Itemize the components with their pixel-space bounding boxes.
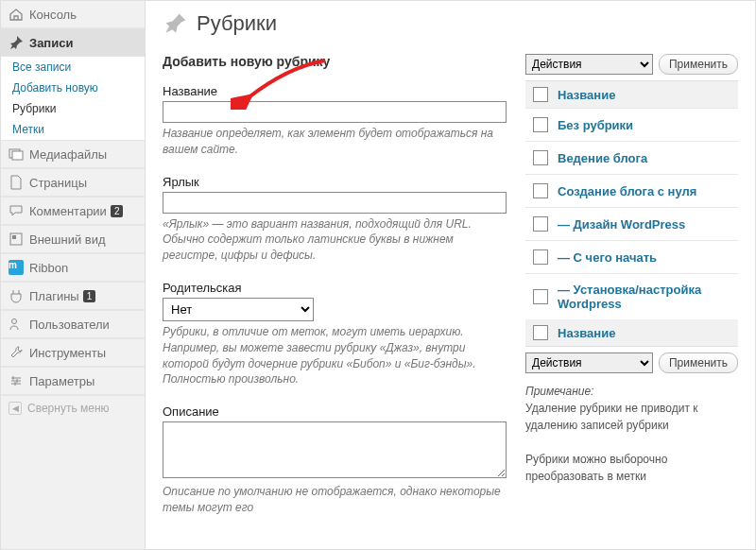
slug-label: Ярлык <box>163 175 507 189</box>
sidebar-item-pages[interactable]: Страницы <box>1 168 145 197</box>
label: Записи <box>29 36 73 50</box>
label: Страницы <box>29 176 87 190</box>
label: Свернуть меню <box>27 402 110 415</box>
label: Внешний вид <box>29 232 106 247</box>
sidebar-sub-all-posts[interactable]: Все записи <box>1 57 145 77</box>
name-desc: Название определяет, как элемент будет о… <box>163 126 507 158</box>
category-link[interactable]: Ведение блога <box>558 151 647 165</box>
parent-select[interactable]: Нет <box>163 298 314 321</box>
collapse-menu[interactable]: ◀ Свернуть меню <box>1 395 145 421</box>
bulk-action-select-top[interactable]: Действия <box>525 54 653 75</box>
parent-label: Родительская <box>163 281 507 295</box>
label: Параметры <box>29 374 94 388</box>
name-input[interactable] <box>163 101 507 123</box>
appearance-icon <box>9 232 24 247</box>
row-checkbox[interactable] <box>533 216 548 232</box>
select-all-checkbox[interactable] <box>533 87 548 102</box>
table-row: Ведение блога <box>525 141 738 174</box>
label: Комментарии <box>29 204 107 218</box>
title-text: Рубрики <box>197 11 277 36</box>
name-label: Название <box>163 84 507 98</box>
row-checkbox[interactable] <box>533 249 548 265</box>
pin-icon <box>9 35 24 50</box>
media-icon <box>9 146 24 162</box>
label: Медиафайлы <box>29 147 107 162</box>
categories-table: Название Без рубрикиВедение блогаСоздани… <box>525 80 738 347</box>
label: Плагины <box>29 289 79 303</box>
svg-point-4 <box>12 319 17 324</box>
table-footer: Название <box>525 319 738 346</box>
description-input[interactable] <box>163 421 507 478</box>
sidebar-item-tools[interactable]: Инструменты <box>1 338 145 367</box>
home-icon <box>9 7 24 22</box>
table-row: — Дизайн WordPress <box>525 207 738 240</box>
sidebar-item-plugins[interactable]: Плагины 1 <box>1 282 145 310</box>
apply-button-top[interactable]: Применить <box>659 54 738 75</box>
sidebar-item-settings[interactable]: Параметры <box>1 367 145 395</box>
col-name[interactable]: Название <box>558 326 615 340</box>
page-icon <box>9 175 24 190</box>
svg-rect-1 <box>12 151 23 160</box>
sidebar-item-console[interactable]: Консоль <box>1 1 145 28</box>
row-checkbox[interactable] <box>533 117 548 132</box>
label: Консоль <box>29 8 77 22</box>
table-header: Название <box>525 81 738 108</box>
sidebar-item-media[interactable]: Медиафайлы <box>1 140 145 168</box>
pushpin-icon <box>163 10 189 37</box>
sidebar-item-comments[interactable]: Комментарии 2 <box>1 197 145 225</box>
settings-icon <box>9 373 24 388</box>
sidebar-item-ribbon[interactable]: m Ribbon <box>1 253 145 282</box>
category-link[interactable]: Создание блога с нуля <box>558 184 696 198</box>
label: Ribbon <box>29 261 68 275</box>
table-row: — Установка/настройка Wordpress <box>525 273 738 319</box>
row-checkbox[interactable] <box>533 150 548 165</box>
sidebar-sub-categories[interactable]: Рубрики <box>1 98 145 119</box>
table-row: Без рубрики <box>525 108 738 141</box>
category-link[interactable]: — Установка/настройка Wordpress <box>558 283 730 311</box>
label: Пользователи <box>29 318 110 332</box>
users-icon <box>9 317 24 332</box>
col-name[interactable]: Название <box>558 88 615 102</box>
plugins-count-badge: 1 <box>83 290 96 302</box>
category-link[interactable]: — Дизайн WordPress <box>558 217 685 232</box>
label: Инструменты <box>29 346 106 360</box>
collapse-icon: ◀ <box>9 402 22 415</box>
comments-count-badge: 2 <box>111 205 124 217</box>
apply-button-bottom[interactable]: Применить <box>659 352 738 373</box>
parent-desc: Рубрики, в отличие от меток, могут иметь… <box>163 324 507 387</box>
tools-icon <box>9 345 24 360</box>
category-link[interactable]: — С чего начать <box>558 250 657 265</box>
svg-rect-3 <box>12 235 16 239</box>
sidebar-item-posts[interactable]: Записи <box>1 28 145 57</box>
form-heading: Добавить новую рубрику <box>163 54 507 69</box>
description-desc: Описание по умолчанию не отображается, о… <box>163 484 507 516</box>
slug-desc: «Ярлык» — это вариант названия, подходящ… <box>163 216 507 264</box>
description-label: Описание <box>163 404 507 419</box>
category-link[interactable]: Без рубрики <box>558 118 633 132</box>
ribbon-icon: m <box>9 260 24 275</box>
sidebar-sub-add-new[interactable]: Добавить новую <box>1 77 145 98</box>
comment-icon <box>9 203 24 218</box>
select-all-checkbox-bottom[interactable] <box>533 325 548 340</box>
table-row: — С чего начать <box>525 240 738 273</box>
page-title: Рубрики <box>163 10 738 37</box>
table-row: Создание блога с нуля <box>525 174 738 207</box>
bulk-action-select-bottom[interactable]: Действия <box>525 352 653 373</box>
row-checkbox[interactable] <box>533 289 548 304</box>
sidebar-item-appearance[interactable]: Внешний вид <box>1 225 145 253</box>
sidebar-sub-tags[interactable]: Метки <box>1 119 145 140</box>
sidebar-item-users[interactable]: Пользователи <box>1 310 145 338</box>
footer-note: Примечание: Удаление рубрики не приводит… <box>525 383 738 485</box>
plugin-icon <box>9 288 24 303</box>
row-checkbox[interactable] <box>533 183 548 198</box>
slug-input[interactable] <box>163 192 507 214</box>
